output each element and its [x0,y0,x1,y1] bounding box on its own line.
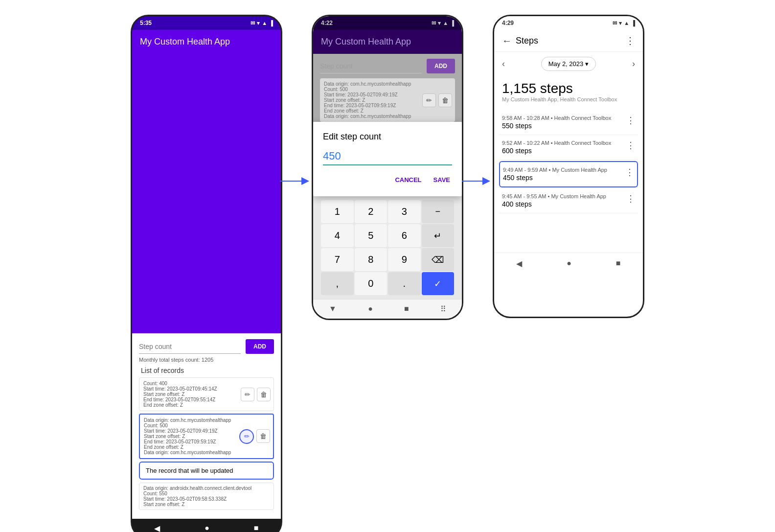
numpad-3[interactable]: 3 [388,200,421,223]
phone1-record1-edit-button[interactable]: ✏ [241,388,254,401]
numpad-1[interactable]: 1 [321,200,354,223]
phone2-dimmed-origin2: Data origin: com.hc.mycustomhealthapp [324,114,420,119]
phone1-record1-start-zone: Start zone offset: Z [143,392,238,397]
numpad-backspace[interactable]: ⌫ [422,248,455,271]
phone1-list-header: List of records [141,367,274,374]
phone1-status-bar: 5:35 ✉ ▾ ▲ ▐ [132,16,281,30]
phone2-dialog-actions: CANCEL SAVE [323,173,452,186]
phone1-nav-home[interactable]: ● [205,524,209,532]
phone3-email-icon: ✉ [613,20,617,26]
phone1-app-title: My Custom Health App [140,37,230,46]
numpad-confirm[interactable]: ✓ [422,272,455,295]
phone1-nav-back[interactable]: ◀ [154,524,160,532]
phone3-step2-time: 9:52 AM - 10:22 AM • Health Connect Tool… [502,140,611,146]
phone1-email-icon: ✉ [251,20,255,26]
phone1-record2-delete-button[interactable]: 🗑 [256,429,270,443]
phone1-nav-square[interactable]: ■ [254,524,259,532]
phone1-step-input[interactable] [139,340,241,354]
phone2-frame: 4:22 ✉ ▾ ▲ ▐ My Custom Health App ADD [312,15,463,320]
phone3-top-bar: ← Steps ⋮ [494,30,643,52]
phone1-partial-origin: Data origin: androidx.health.connect.cli… [143,486,270,491]
phone2-dimmed-origin: Data origin: com.hc.mycustomhealthapp [324,81,420,87]
phone2-step-input[interactable] [320,59,422,73]
phone1-record1-actions: ✏ 🗑 [241,388,271,401]
phone3-step3-left: 9:49 AM - 9:59 AM • My Custom Health App… [503,167,607,182]
phone3-title: Steps [516,36,625,46]
phone3-step4-time: 9:45 AM - 9:55 AM • My Custom Health App [502,193,606,199]
phone3-prev-date[interactable]: ‹ [502,59,505,69]
phone3-frame: 4:29 ✉ ▾ ▲ ▐ ← Steps ⋮ ‹ May 2, 2023 ▾ [493,15,644,318]
numpad-dot[interactable]: . [388,272,421,295]
phone2-cancel-button[interactable]: CANCEL [393,173,423,186]
phone2-nav-grid[interactable]: ⠿ [440,304,446,314]
phone1-partial-start-zone: Start zone offset: Z [143,502,270,507]
numpad-enter[interactable]: ↵ [422,224,455,247]
phone2-wrapper: 4:22 ✉ ▾ ▲ ▐ My Custom Health App ADD [312,15,463,320]
phone2-time: 4:22 [321,20,333,26]
phone1-record-2: Data origin: com.hc.mycustomhealthapp Co… [139,414,274,459]
phone2-nav-home[interactable]: ● [368,304,373,314]
phone3-signal-icon: ▲ [624,20,629,26]
numpad-4[interactable]: 4 [321,224,354,247]
phone2-dimmed-record: Data origin: com.hc.mycustomhealthapp Co… [320,78,455,122]
phone3-nav-back[interactable]: ◀ [516,259,522,268]
phone2-dimmed-delete[interactable]: 🗑 [438,93,452,107]
arrow-p1-p2 [280,171,309,191]
phone2-nav-down[interactable]: ▼ [329,304,337,314]
phone1-record2-origin2: Data origin: com.hc.mycustomhealthapp [144,450,238,455]
phone2-nav-square[interactable]: ■ [404,304,409,314]
phone3-nav-square[interactable]: ■ [616,259,621,268]
phone1-record-1: Count: 400 Start time: 2023-05-02T09:45:… [139,377,274,411]
phone3-date-pill[interactable]: May 2, 2023 ▾ [541,57,596,71]
phone2-dimmed-start: Start time: 2023-05-02T09:49:19Z [324,92,420,97]
phone1-frame: 5:35 ✉ ▾ ▲ ▐ My Custom Health App ADD [131,15,282,532]
phone1-signal-icon: ▲ [262,20,267,26]
phone2-save-button[interactable]: SAVE [432,173,452,186]
numpad-2[interactable]: 2 [355,200,388,223]
phone1-status-icons: ✉ ▾ ▲ ▐ [251,20,273,26]
phone3-steps-sources: My Custom Health App, Health Connect Too… [502,96,635,102]
phone2-status-icons: ✉ ▾ ▲ ▐ [432,20,454,26]
phone1-record2-edit-button[interactable]: ✏ [239,429,254,444]
phone3-step2-more[interactable]: ⋮ [626,140,635,151]
phone2-dimmed-start-zone: Start zone offset: Z [324,97,420,103]
numpad-7[interactable]: 7 [321,248,354,271]
phone2-dialog-input[interactable] [323,150,452,165]
phone3-step2-count: 600 steps [502,147,611,155]
phone1-record2-start-zone: Start zone offset: Z [144,434,238,439]
phone2-dimmed-end: End time: 2023-05-02T09:59:19Z [324,103,420,108]
phone3-step3-more[interactable]: ⋮ [625,167,634,178]
phone2-add-button[interactable]: ADD [427,59,455,73]
arrow-p2-p3 [461,171,490,191]
numpad-9[interactable]: 9 [388,248,421,271]
phone1-record1-count: Count: 400 [143,381,238,386]
phone3-step4-more[interactable]: ⋮ [626,193,635,204]
phone3-step3-time: 9:49 AM - 9:59 AM • My Custom Health App [503,167,607,173]
phone3-step1-left: 9:58 AM - 10:28 AM • Health Connect Tool… [502,115,611,130]
numpad-5[interactable]: 5 [355,224,388,247]
phone2-dimmed-edit[interactable]: ✏ [422,93,436,107]
phone3-back-icon[interactable]: ← [502,35,512,46]
phone1-record1-end: End time: 2023-05-02T09:55:14Z [143,397,238,402]
numpad-comma[interactable]: , [321,272,354,295]
phone2-email-icon: ✉ [432,20,436,26]
numpad-8[interactable]: 8 [355,248,388,271]
phone3-status-bar: 4:29 ✉ ▾ ▲ ▐ [494,16,643,30]
phone1-record2-start: Start time: 2023-05-02T09:49:19Z [144,428,238,434]
phone3-next-date[interactable]: › [632,59,635,69]
phone1-add-button[interactable]: ADD [246,339,274,354]
numpad-6[interactable]: 6 [388,224,421,247]
phone1-record1-start: Start time: 2023-05-02T09:45:14Z [143,386,238,392]
phone1-wrapper: 5:35 ✉ ▾ ▲ ▐ My Custom Health App ADD [131,15,282,532]
numpad-0[interactable]: 0 [355,272,388,295]
phone2-dimmed-count: Count: 500 [324,87,420,92]
phone1-body: ADD Monthly total steps count: 1205 List… [132,333,281,519]
phone1-record1-delete-button[interactable]: 🗑 [257,388,271,401]
phone3-nav-home[interactable]: ● [567,259,571,268]
phone3-step-item-3: 9:49 AM - 9:59 AM • My Custom Health App… [499,161,638,187]
phone3-more-icon[interactable]: ⋮ [625,35,635,46]
numpad-minus[interactable]: − [422,200,455,223]
phone3-step1-more[interactable]: ⋮ [626,115,635,126]
phone2-app-bar: My Custom Health App [313,30,462,54]
phone2-dimmed-area: ADD Data origin: com.hc.mycustomhealthap… [313,54,462,122]
